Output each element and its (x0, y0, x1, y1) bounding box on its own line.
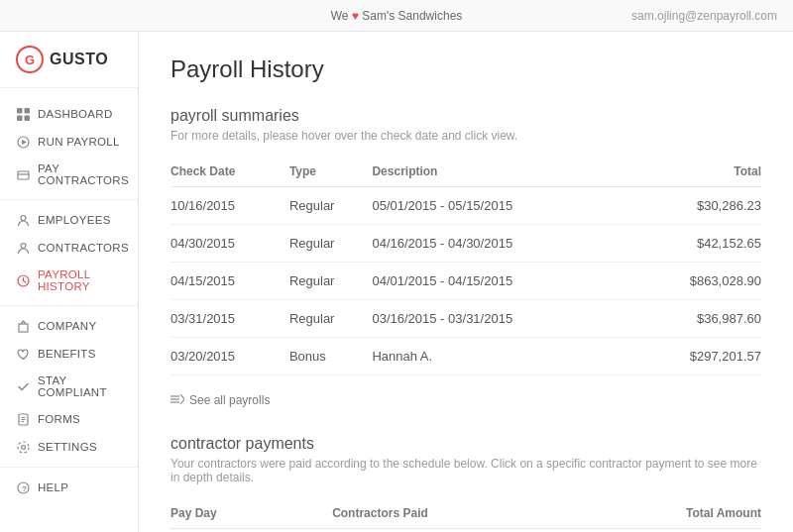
sidebar-item-benefits-label: Benefits (38, 348, 96, 360)
divider-1 (0, 199, 138, 200)
col-pay-day: Pay Day (170, 498, 332, 529)
cell-total: $42,152.65 (629, 225, 761, 263)
cell-pay-day: 03/20/2015 (170, 529, 332, 533)
contractor-payments-section: contractor payments Your contractors wer… (170, 435, 761, 532)
divider-2 (0, 305, 138, 306)
see-all-icon (170, 394, 184, 406)
sidebar-item-pay-contractors-label: Pay Contractors (38, 162, 129, 186)
sidebar-item-payroll-history[interactable]: Payroll History (0, 262, 138, 299)
cell-check-date: 04/15/2015 (170, 263, 289, 300)
cell-description: 04/01/2015 - 04/15/2015 (372, 263, 629, 300)
page-title: Payroll History (170, 55, 761, 83)
sidebar-nav: Dashboard Run Payroll (0, 96, 138, 505)
sidebar-item-company-label: Company (38, 320, 96, 332)
sidebar-item-run-payroll[interactable]: Run Payroll (0, 128, 138, 156)
payroll-summaries-title: payroll summaries (170, 107, 761, 125)
svg-point-8 (21, 215, 26, 220)
table-row[interactable]: 04/30/2015 Regular 04/16/2015 - 04/30/20… (170, 225, 761, 263)
col-description: Description (372, 157, 629, 187)
sidebar-item-employees-label: Employees (38, 214, 111, 226)
payroll-summaries-desc: For more details, please hover over the … (170, 129, 761, 143)
cell-total-amount: $7,850.00 (573, 529, 762, 533)
company-icon (16, 319, 30, 333)
cell-total: $863,028.90 (629, 263, 761, 300)
sidebar: G GUSTO Dashboard (0, 32, 139, 532)
sidebar-item-payroll-history-label: Payroll History (38, 268, 122, 292)
topbar-text: We ♥ Sam's Sandwiches (331, 9, 463, 23)
user-email: sam.ojling@zenpayroll.com (631, 9, 777, 23)
sidebar-item-company[interactable]: Company (0, 312, 138, 340)
settings-icon (16, 440, 30, 454)
col-type: Type (289, 157, 373, 187)
cell-description: 04/16/2015 - 04/30/2015 (372, 225, 629, 263)
main-content: Payroll History payroll summaries For mo… (139, 32, 793, 532)
sidebar-item-stay-compliant[interactable]: Stay Compliant (0, 368, 138, 405)
sidebar-item-benefits[interactable]: Benefits (0, 340, 138, 368)
table-row[interactable]: 03/31/2015 Regular 03/16/2015 - 03/31/20… (170, 300, 761, 338)
sidebar-item-settings-label: Settings (38, 441, 97, 453)
svg-rect-2 (17, 115, 23, 121)
cell-description: 03/16/2015 - 03/31/2015 (372, 300, 629, 338)
see-all-payrolls-link[interactable]: See all payrolls (170, 393, 270, 407)
col-contractors-paid: Contractors Paid (332, 498, 572, 529)
payroll-summaries-section: payroll summaries For more details, plea… (170, 107, 761, 435)
table-row[interactable]: 04/15/2015 Regular 04/01/2015 - 04/15/20… (170, 263, 761, 300)
heart-icon: ♥ (352, 9, 359, 23)
col-total: Total (629, 157, 761, 187)
payroll-history-icon (16, 273, 30, 287)
sidebar-item-help-label: Help (38, 481, 68, 493)
cell-type: Regular (289, 300, 373, 338)
payroll-summaries-table: Check Date Type Description Total 10/16/… (170, 157, 761, 375)
cell-contractors-paid: Louis Armstrong (332, 529, 572, 533)
sidebar-item-contractors[interactable]: Contractors (0, 234, 138, 262)
sidebar-item-forms[interactable]: Forms (0, 405, 138, 433)
svg-point-9 (21, 243, 26, 248)
cell-type: Regular (289, 187, 373, 225)
cell-total: $30,286.23 (629, 187, 761, 225)
run-payroll-icon (16, 135, 30, 149)
contractors-icon (16, 241, 30, 255)
svg-rect-6 (18, 171, 29, 179)
cell-check-date: 04/30/2015 (170, 225, 289, 263)
cell-total: $36,987.60 (629, 300, 761, 338)
sidebar-item-dashboard[interactable]: Dashboard (0, 100, 138, 128)
cell-check-date: 03/31/2015 (170, 300, 289, 338)
cell-check-date: 10/16/2015 (170, 187, 289, 225)
see-all-label: See all payrolls (189, 393, 270, 407)
col-check-date: Check Date (170, 157, 289, 187)
sidebar-item-dashboard-label: Dashboard (38, 108, 113, 120)
logo-icon: G (16, 46, 44, 73)
pay-contractors-icon (16, 167, 30, 181)
svg-rect-11 (19, 324, 28, 332)
cell-type: Bonus (289, 338, 373, 375)
sidebar-item-pay-contractors[interactable]: Pay Contractors (0, 156, 138, 193)
contractor-payments-title: contractor payments (170, 435, 761, 453)
cell-type: Regular (289, 225, 373, 263)
sidebar-item-employees[interactable]: Employees (0, 206, 138, 234)
sidebar-item-stay-compliant-label: Stay Compliant (38, 374, 122, 398)
sidebar-item-run-payroll-label: Run Payroll (38, 136, 120, 148)
benefits-icon (16, 347, 30, 361)
svg-point-16 (21, 445, 25, 449)
svg-marker-5 (22, 140, 27, 145)
sidebar-item-settings[interactable]: Settings (0, 433, 138, 461)
cell-check-date: 03/20/2015 (170, 338, 289, 375)
svg-rect-1 (24, 108, 30, 114)
contractor-payments-table: Pay Day Contractors Paid Total Amount 03… (170, 498, 761, 532)
sidebar-item-help[interactable]: ? Help (0, 474, 138, 501)
cell-description: 05/01/2015 - 05/15/2015 (372, 187, 629, 225)
divider-3 (0, 467, 138, 468)
table-row[interactable]: 03/20/2015 Bonus Hannah A. $297,201.57 (170, 338, 761, 375)
forms-icon (16, 412, 30, 426)
cell-total: $297,201.57 (629, 338, 761, 375)
svg-rect-3 (24, 115, 30, 121)
svg-point-17 (18, 442, 29, 453)
table-row[interactable]: 10/16/2015 Regular 05/01/2015 - 05/15/20… (170, 187, 761, 225)
dashboard-icon (16, 107, 30, 121)
svg-rect-0 (17, 108, 23, 114)
employees-icon (16, 213, 30, 227)
cell-type: Regular (289, 263, 373, 300)
logo: G GUSTO (0, 32, 138, 88)
stay-compliant-icon (16, 379, 30, 393)
table-row[interactable]: 03/20/2015 Louis Armstrong $7,850.00 (170, 529, 761, 533)
